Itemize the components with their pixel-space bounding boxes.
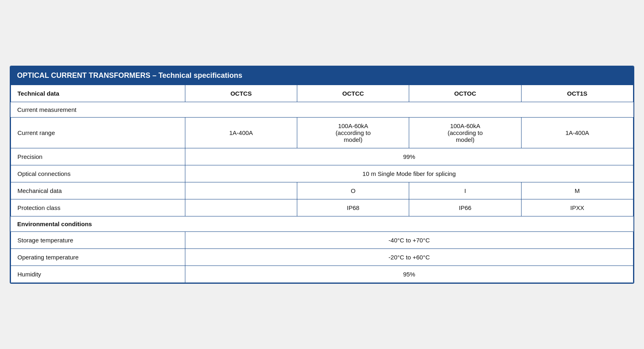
value-mechanical-data-oct1s: M bbox=[521, 182, 633, 199]
section-environmental-conditions-label: Environmental conditions bbox=[11, 216, 633, 231]
section-environmental-conditions: Environmental conditions bbox=[11, 216, 633, 231]
label-optical-connections: Optical connections bbox=[11, 165, 185, 182]
value-mechanical-data-octoc: I bbox=[409, 182, 521, 199]
row-current-range: Current range 1A-400A 100A-60kA(accordin… bbox=[11, 117, 633, 148]
label-mechanical-data: Mechanical data bbox=[11, 182, 185, 199]
spec-table-wrapper: OPTICAL CURRENT TRANSFORMERS – Technical… bbox=[10, 66, 634, 284]
header-oct1s: OCT1S bbox=[521, 85, 633, 102]
row-optical-connections: Optical connections 10 m Single Mode fib… bbox=[11, 165, 633, 182]
value-current-range-octcs: 1A-400A bbox=[185, 117, 297, 148]
row-humidity: Humidity 95% bbox=[11, 265, 633, 283]
row-storage-temperature: Storage temperature -40°C to +70°C bbox=[11, 231, 633, 248]
label-storage-temperature: Storage temperature bbox=[11, 231, 185, 248]
value-protection-class-octcc: IP68 bbox=[297, 199, 409, 216]
value-current-range-octoc: 100A-60kA(according tomodel) bbox=[409, 117, 521, 148]
label-humidity: Humidity bbox=[11, 265, 185, 283]
value-storage-temperature: -40°C to +70°C bbox=[185, 231, 633, 248]
section-current-measurement-label: Current measurement bbox=[11, 102, 633, 117]
value-current-range-octcc: 100A-60kA(according tomodel) bbox=[297, 117, 409, 148]
header-octcs: OCTCS bbox=[185, 85, 297, 102]
label-protection-class: Protection class bbox=[11, 199, 185, 216]
header-octoc: OCTOC bbox=[409, 85, 521, 102]
row-mechanical-data: Mechanical data O I M bbox=[11, 182, 633, 199]
value-mechanical-data-octcs bbox=[185, 182, 297, 199]
value-mechanical-data-octcc: O bbox=[297, 182, 409, 199]
header-label: Technical data bbox=[11, 85, 185, 102]
row-protection-class: Protection class IP68 IP66 IPXX bbox=[11, 199, 633, 216]
section-current-measurement: Current measurement bbox=[11, 102, 633, 117]
row-operating-temperature: Operating temperature -20°C to +60°C bbox=[11, 248, 633, 265]
label-current-range: Current range bbox=[11, 117, 185, 148]
row-precision: Precision 99% bbox=[11, 148, 633, 165]
header-row: Technical data OCTCS OCTCC OCTOC OCT1S bbox=[11, 85, 633, 102]
value-protection-class-octcs bbox=[185, 199, 297, 216]
value-protection-class-oct1s: IPXX bbox=[521, 199, 633, 216]
value-humidity: 95% bbox=[185, 265, 633, 283]
header-octcc: OCTCC bbox=[297, 85, 409, 102]
table-title: OPTICAL CURRENT TRANSFORMERS – Technical… bbox=[11, 66, 633, 85]
value-precision: 99% bbox=[185, 148, 633, 165]
label-operating-temperature: Operating temperature bbox=[11, 248, 185, 265]
label-precision: Precision bbox=[11, 148, 185, 165]
value-protection-class-octoc: IP66 bbox=[409, 199, 521, 216]
value-optical-connections: 10 m Single Mode fiber for splicing bbox=[185, 165, 633, 182]
value-current-range-oct1s: 1A-400A bbox=[521, 117, 633, 148]
value-operating-temperature: -20°C to +60°C bbox=[185, 248, 633, 265]
